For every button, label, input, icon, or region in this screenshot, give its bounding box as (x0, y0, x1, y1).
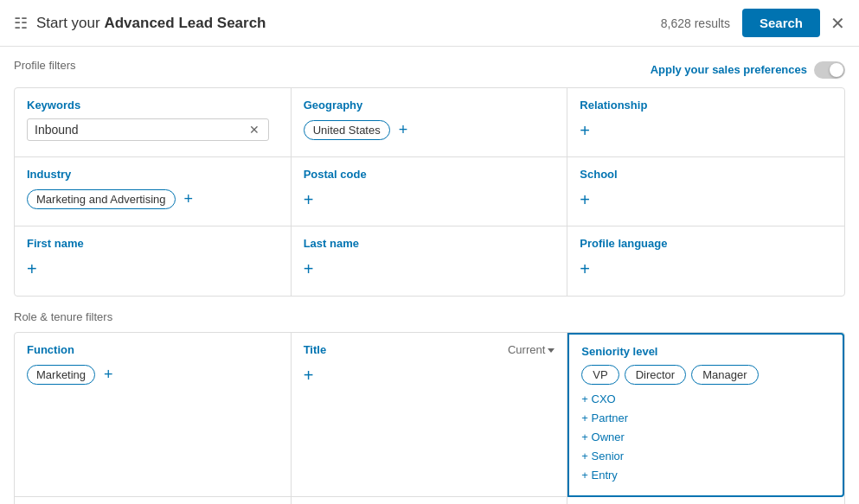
profile-language-cell: Profile language + (567, 226, 844, 296)
industry-add-button[interactable]: + (184, 191, 194, 207)
relationship-add-button[interactable]: + (580, 122, 590, 139)
keywords-cell: Keywords ✕ (15, 88, 292, 157)
relationship-label: Relationship (580, 99, 832, 112)
industry-tag[interactable]: Marketing and Advertising (27, 189, 176, 209)
seniority-option-senior[interactable]: + Senior (581, 447, 830, 466)
seniority-tag-vp[interactable]: VP (581, 365, 619, 385)
postal-code-label: Postal code (304, 168, 555, 181)
school-cell: School + (567, 157, 844, 226)
prefs-text: Apply your sales preferences (651, 63, 807, 76)
seniority-tags: VP Director Manager (581, 365, 830, 385)
function-label: Function (27, 343, 279, 356)
first-name-cell: First name + (15, 226, 292, 296)
years-at-company-cell: Years at current company + (292, 497, 568, 504)
filters-icon: ☷ (14, 14, 28, 33)
role-tenure-grid: Function Marketing + Title Current + (14, 332, 845, 504)
seniority-option-cxo[interactable]: + CXO (581, 390, 830, 409)
function-tag[interactable]: Marketing (27, 365, 95, 385)
postal-code-add-button[interactable]: + (304, 191, 314, 208)
more-seniority-options: + CXO + Partner + Owner + Senior + Entry (581, 390, 830, 485)
search-button[interactable]: Search (742, 9, 820, 37)
title-prefix: Start your (36, 15, 104, 31)
school-label: School (580, 168, 832, 181)
empty-role-cell (567, 497, 844, 504)
function-cell: Function Marketing + (15, 333, 292, 497)
geography-tag[interactable]: United States (304, 120, 390, 140)
profile-language-label: Profile language (580, 237, 832, 250)
keywords-clear-button[interactable]: ✕ (247, 123, 261, 137)
last-name-cell: Last name + (292, 226, 568, 296)
results-count: 8,628 results (661, 16, 730, 30)
content: Profile filters Apply your sales prefere… (0, 47, 859, 504)
years-in-position-cell: Years in current position + (15, 497, 292, 504)
prefs-link[interactable]: sales preferences (712, 63, 807, 76)
last-name-label: Last name (304, 237, 555, 250)
title-label: Title (304, 343, 327, 356)
title-cell: Title Current + (292, 333, 568, 497)
close-button[interactable]: ✕ (830, 13, 845, 34)
geography-cell: Geography United States + (292, 88, 568, 157)
prefs-row: Apply your sales preferences (651, 61, 845, 79)
industry-label: Industry (27, 168, 279, 181)
geography-label: Geography (304, 99, 555, 112)
profile-filters-label: Profile filters (14, 59, 76, 72)
title-header: Title Current (304, 343, 555, 356)
keywords-label: Keywords (27, 99, 279, 112)
last-name-add-button[interactable]: + (304, 260, 314, 278)
geography-add-button[interactable]: + (399, 122, 408, 137)
title-current-dropdown[interactable]: Current (508, 343, 555, 356)
seniority-option-owner[interactable]: + Owner (581, 428, 830, 447)
postal-code-cell: Postal code + (292, 157, 568, 226)
seniority-option-partner[interactable]: + Partner (581, 409, 830, 428)
keyword-input-wrap[interactable]: ✕ (27, 118, 269, 141)
keywords-input[interactable] (35, 123, 247, 137)
header: ☷ Start your Advanced Lead Search 8,628 … (0, 0, 859, 47)
chevron-down-icon (548, 348, 555, 353)
header-title: Start your Advanced Lead Search (36, 15, 661, 32)
seniority-level-label: Seniority level (581, 345, 830, 358)
function-add-button[interactable]: + (104, 367, 113, 382)
seniority-option-entry[interactable]: + Entry (581, 466, 830, 485)
school-add-button[interactable]: + (580, 191, 590, 208)
title-add-button[interactable]: + (304, 367, 314, 384)
prefs-toggle[interactable] (814, 61, 845, 79)
profile-language-add-button[interactable]: + (580, 260, 590, 278)
title-highlight: Advanced Lead Search (104, 15, 266, 31)
seniority-level-cell: Seniority level VP Director Manager + CX… (567, 333, 844, 497)
industry-cell: Industry Marketing and Advertising + (15, 157, 292, 226)
profile-filters-grid: Keywords ✕ Geography United States + Rel… (14, 87, 845, 297)
relationship-cell: Relationship + (567, 88, 844, 157)
first-name-add-button[interactable]: + (27, 260, 37, 278)
seniority-tag-director[interactable]: Director (625, 365, 687, 385)
title-dropdown-label: Current (508, 343, 545, 356)
seniority-tag-manager[interactable]: Manager (691, 365, 758, 385)
role-tenure-label: Role & tenure filters (14, 310, 845, 323)
role-tenure-section: Role & tenure filters Function Marketing… (14, 310, 845, 504)
first-name-label: First name (27, 237, 279, 250)
